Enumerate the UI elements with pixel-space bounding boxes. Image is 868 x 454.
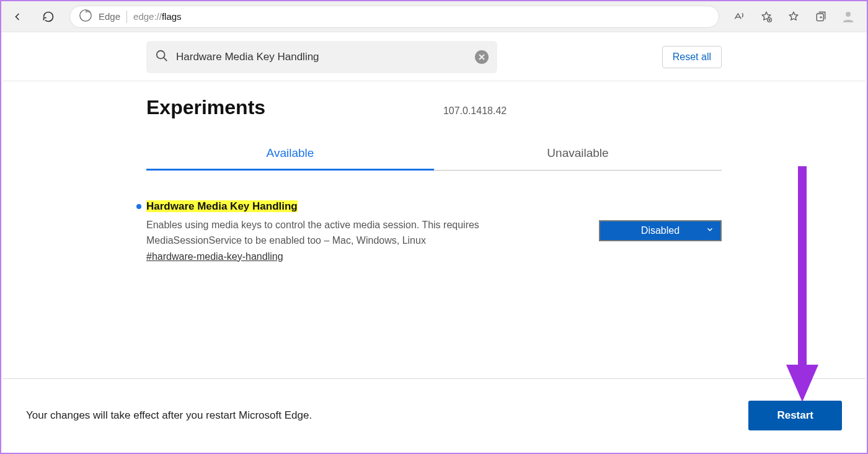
site-identity-label: Edge <box>99 11 120 22</box>
modified-indicator-icon <box>136 204 141 209</box>
search-input[interactable] <box>176 51 467 63</box>
restart-footer: Your changes will take effect after you … <box>2 378 866 452</box>
url-scheme: edge:// <box>133 11 162 22</box>
profile-icon[interactable] <box>839 8 857 25</box>
flag-item: Hardware Media Key Handling Enables usin… <box>2 171 866 262</box>
flag-state-select[interactable]: Disabled <box>599 220 722 241</box>
url-path: flags <box>162 11 182 22</box>
heading-row: Experiments 107.0.1418.42 <box>2 81 866 124</box>
search-icon <box>155 49 169 65</box>
version-label: 107.0.1418.42 <box>228 105 722 117</box>
favorites-icon[interactable] <box>785 8 802 25</box>
refresh-button[interactable] <box>38 7 58 27</box>
search-box[interactable] <box>146 41 497 73</box>
restart-button[interactable]: Restart <box>748 401 842 430</box>
reset-all-button[interactable]: Reset all <box>662 46 722 68</box>
page-content: Reset all Experiments 107.0.1418.42 Avai… <box>2 33 866 452</box>
flag-state-value: Disabled <box>641 225 680 236</box>
toolbar-actions <box>730 8 861 25</box>
edge-logo-icon <box>79 9 92 25</box>
collections-icon[interactable] <box>812 8 830 25</box>
flag-text: Hardware Media Key Handling Enables usin… <box>146 200 599 262</box>
flag-title: Hardware Media Key Handling <box>146 200 298 213</box>
flag-hash-link[interactable]: #hardware-media-key-handling <box>146 251 283 262</box>
browser-toolbar: Edge edge://flags <box>1 1 867 32</box>
tab-unavailable[interactable]: Unavailable <box>434 138 722 170</box>
svg-point-4 <box>157 51 165 59</box>
restart-message: Your changes will take effect after you … <box>26 409 312 422</box>
clear-search-icon[interactable] <box>475 50 489 64</box>
add-favorite-icon[interactable] <box>758 8 775 25</box>
svg-point-3 <box>846 12 851 17</box>
address-bar[interactable]: Edge edge://flags <box>69 6 719 28</box>
tab-available[interactable]: Available <box>146 138 434 170</box>
search-row: Reset all <box>2 33 866 81</box>
tabs: Available Unavailable <box>146 138 722 171</box>
flag-description: Enables using media keys to control the … <box>146 218 562 249</box>
read-aloud-icon[interactable] <box>730 8 748 25</box>
address-divider <box>126 11 127 23</box>
chevron-down-icon <box>706 225 714 236</box>
back-button[interactable] <box>7 7 27 27</box>
